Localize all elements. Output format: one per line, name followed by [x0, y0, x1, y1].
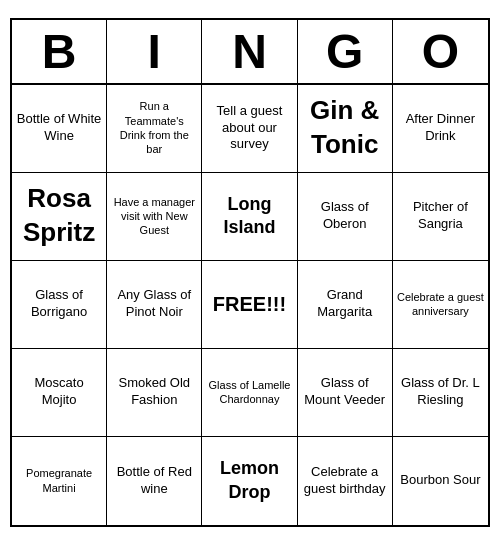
bingo-cell-12: FREE!!!	[202, 261, 297, 349]
bingo-cell-1: Run a Teammate's Drink from the bar	[107, 85, 202, 173]
bingo-cell-23: Celebrate a guest birthday	[298, 437, 393, 525]
bingo-cell-16: Smoked Old Fashion	[107, 349, 202, 437]
bingo-cell-7: Long Island	[202, 173, 297, 261]
bingo-letter-n: N	[202, 20, 297, 83]
bingo-cell-5: Rosa Spritz	[12, 173, 107, 261]
bingo-letter-g: G	[298, 20, 393, 83]
bingo-letter-o: O	[393, 20, 488, 83]
bingo-cell-14: Celebrate a guest anniversary	[393, 261, 488, 349]
bingo-cell-8: Glass of Oberon	[298, 173, 393, 261]
bingo-cell-3: Gin & Tonic	[298, 85, 393, 173]
bingo-cell-6: Have a manager visit with New Guest	[107, 173, 202, 261]
bingo-grid: Bottle of White WineRun a Teammate's Dri…	[12, 85, 488, 525]
bingo-cell-13: Grand Margarita	[298, 261, 393, 349]
bingo-cell-9: Pitcher of Sangria	[393, 173, 488, 261]
bingo-cell-10: Glass of Borrigano	[12, 261, 107, 349]
bingo-cell-2: Tell a guest about our survey	[202, 85, 297, 173]
bingo-cell-21: Bottle of Red wine	[107, 437, 202, 525]
bingo-cell-24: Bourbon Sour	[393, 437, 488, 525]
bingo-letter-i: I	[107, 20, 202, 83]
bingo-cell-19: Glass of Dr. L Riesling	[393, 349, 488, 437]
bingo-header: BINGO	[12, 20, 488, 85]
bingo-cell-17: Glass of Lamelle Chardonnay	[202, 349, 297, 437]
bingo-letter-b: B	[12, 20, 107, 83]
bingo-cell-20: Pomegranate Martini	[12, 437, 107, 525]
bingo-cell-18: Glass of Mount Veeder	[298, 349, 393, 437]
bingo-cell-11: Any Glass of Pinot Noir	[107, 261, 202, 349]
bingo-cell-0: Bottle of White Wine	[12, 85, 107, 173]
bingo-cell-22: Lemon Drop	[202, 437, 297, 525]
bingo-cell-4: After Dinner Drink	[393, 85, 488, 173]
bingo-card: BINGO Bottle of White WineRun a Teammate…	[10, 18, 490, 527]
bingo-cell-15: Moscato Mojito	[12, 349, 107, 437]
